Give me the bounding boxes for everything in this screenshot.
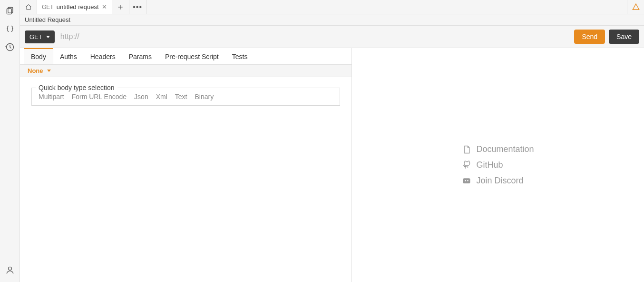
- svg-point-3: [8, 267, 11, 270]
- tab-headers[interactable]: Headers: [84, 48, 122, 64]
- warning-icon[interactable]: [627, 0, 644, 14]
- url-row: GET Send Save: [20, 26, 644, 48]
- split-pane: Body Auths Headers Params Pre-request Sc…: [20, 48, 644, 282]
- svg-point-6: [468, 180, 469, 181]
- link-discord[interactable]: Join Discord: [462, 176, 534, 186]
- method-select[interactable]: GET: [25, 30, 55, 43]
- tab-close-icon[interactable]: ✕: [102, 4, 107, 10]
- quick-body-legend: Quick body type selection: [36, 84, 117, 91]
- tab-params[interactable]: Params: [122, 48, 158, 64]
- home-button[interactable]: [20, 0, 37, 14]
- tab-auths[interactable]: Auths: [53, 48, 84, 64]
- svg-rect-0: [8, 8, 12, 13]
- user-icon[interactable]: [2, 262, 18, 278]
- body-option-multipart[interactable]: Multipart: [39, 93, 64, 101]
- body-type-select[interactable]: None: [20, 65, 351, 77]
- empty-state-links: Documentation GitHub Join Discord: [462, 144, 534, 186]
- quick-body-fieldset: Quick body type selection Multipart Form…: [31, 88, 340, 106]
- method-select-label: GET: [29, 33, 42, 40]
- svg-rect-4: [463, 178, 470, 183]
- body-option-binary[interactable]: Binary: [195, 93, 214, 101]
- send-button[interactable]: Send: [574, 30, 605, 44]
- link-github[interactable]: GitHub: [462, 160, 534, 170]
- body-content: Quick body type selection Multipart Form…: [20, 77, 351, 116]
- tab-prerequest[interactable]: Pre-request Script: [158, 48, 225, 64]
- save-button[interactable]: Save: [609, 30, 639, 44]
- curly-braces-icon[interactable]: [2, 21, 18, 37]
- url-input[interactable]: [59, 30, 571, 43]
- discord-icon: [462, 176, 471, 186]
- request-tab[interactable]: GET untitled request ✕: [37, 0, 112, 14]
- top-tabs-bar: GET untitled request ✕ •••: [20, 0, 644, 14]
- body-option-json[interactable]: Json: [134, 93, 148, 101]
- svg-rect-1: [7, 9, 11, 14]
- main-area: GET untitled request ✕ ••• Untitled Requ…: [20, 0, 644, 282]
- chevron-down-icon: [46, 36, 50, 38]
- body-type-label: None: [28, 67, 43, 74]
- tab-title-label: untitled request: [57, 3, 99, 10]
- response-pane: Documentation GitHub Join Discord: [352, 48, 644, 282]
- document-icon: [462, 145, 471, 154]
- chevron-down-icon: [47, 70, 51, 72]
- request-title: Untitled Request: [20, 14, 644, 26]
- link-discord-label: Join Discord: [476, 176, 523, 186]
- tab-tests[interactable]: Tests: [225, 48, 254, 64]
- body-option-text[interactable]: Text: [175, 93, 187, 101]
- svg-point-5: [465, 180, 467, 181]
- history-icon[interactable]: [2, 39, 18, 55]
- quick-body-options: Multipart Form URL Encode Json Xml Text …: [39, 93, 333, 101]
- link-github-label: GitHub: [476, 160, 503, 170]
- github-icon: [462, 161, 471, 170]
- tab-method-label: GET: [42, 4, 54, 10]
- link-documentation-label: Documentation: [476, 144, 534, 154]
- new-tab-button[interactable]: [112, 0, 129, 14]
- link-documentation[interactable]: Documentation: [462, 144, 534, 154]
- tab-body[interactable]: Body: [24, 48, 53, 64]
- tab-menu-button[interactable]: •••: [129, 0, 146, 14]
- collections-icon[interactable]: [2, 3, 18, 19]
- body-option-form-url[interactable]: Form URL Encode: [72, 93, 127, 101]
- request-pane: Body Auths Headers Params Pre-request Sc…: [20, 48, 352, 282]
- left-rail: [0, 0, 20, 282]
- request-subtabs: Body Auths Headers Params Pre-request Sc…: [20, 48, 351, 65]
- body-option-xml[interactable]: Xml: [156, 93, 167, 101]
